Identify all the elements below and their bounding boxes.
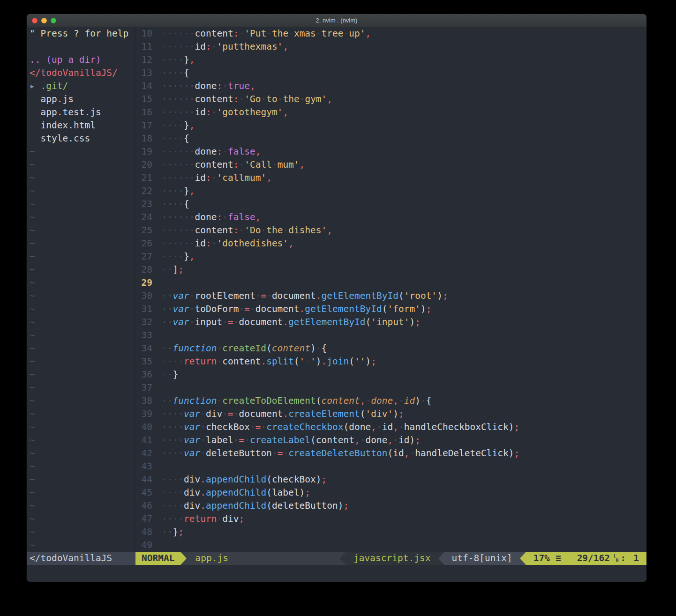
code-line[interactable]: 33	[135, 329, 646, 342]
code-line[interactable]: 24······done:·false,	[135, 211, 646, 224]
code-line[interactable]: 18····{	[135, 132, 646, 145]
editor-buffer[interactable]: 10······content:·'Put·the·xmas·tree·up',…	[135, 27, 646, 552]
minimize-button[interactable]	[41, 18, 47, 23]
code-line[interactable]: 23····{	[135, 198, 646, 211]
code-line[interactable]: 14······done:·true,	[135, 80, 646, 93]
code-line[interactable]: 31··var·toDoForm·=·document.getElementBy…	[135, 303, 646, 316]
code-line[interactable]: 38··function·createToDoElement(content,·…	[135, 394, 646, 408]
command-line[interactable]	[27, 565, 646, 582]
code-line[interactable]: 28··];	[135, 263, 646, 276]
whitespace-dot: ·	[173, 225, 179, 236]
whitespace-dot: ·	[162, 28, 167, 39]
code-line[interactable]: 25······content:·'Do·the·dishes',	[135, 224, 646, 237]
code-line[interactable]: 47····return·div;	[135, 512, 646, 526]
code-token: ······	[162, 107, 195, 118]
code-token: createDeleteButton	[288, 448, 387, 459]
code-line[interactable]: 43	[135, 460, 646, 473]
code-line-text: ····return·content.split('·').join('');	[162, 355, 376, 368]
whitespace-dot: ·	[167, 94, 173, 104]
whitespace-dot: ·	[178, 513, 184, 524]
code-line[interactable]: 36··}	[135, 368, 646, 381]
code-line[interactable]: 21······id:·'callmum',	[135, 171, 646, 185]
code-line[interactable]: 12····},	[135, 53, 646, 67]
empty-line-tilde: ~	[30, 434, 135, 447]
code-line[interactable]: 27····},	[135, 250, 646, 263]
code-line[interactable]: 45····div.appendChild(label);	[135, 486, 646, 499]
titlebar[interactable]: 2. nvim . (nvim)	[27, 14, 646, 27]
code-line[interactable]: 29	[135, 276, 646, 289]
sidebar-row-updir[interactable]: .. (up a dir)	[30, 53, 135, 67]
code-line-text: ······content:·'Go·to·the·gym',	[162, 93, 332, 106]
code-line[interactable]: 41····var·label·=·createLabel(content,·d…	[135, 434, 646, 447]
whitespace-dot: ·	[211, 41, 217, 52]
code-line[interactable]: 15······content:·'Go·to·the·gym',	[135, 93, 646, 106]
code-line-text: ··}	[162, 368, 178, 381]
code-line[interactable]: 39····var·div·=·document.createElement('…	[135, 408, 646, 421]
whitespace-dot: ·	[222, 81, 228, 91]
sidebar-item-style-css[interactable]: style.css	[30, 132, 135, 145]
code-line[interactable]: 17····},	[135, 119, 646, 132]
code-line[interactable]: 19······done:·false,	[135, 145, 646, 158]
code-line[interactable]: 44····div.appendChild(checkBox);	[135, 473, 646, 486]
whitespace-dot: ·	[173, 81, 179, 91]
sidebar-item-label: app.js	[41, 94, 74, 104]
whitespace-dot: ·	[162, 186, 167, 196]
code-line[interactable]: 40····var·checkBox·=·createCheckbox(done…	[135, 421, 646, 434]
code-token: id	[398, 435, 409, 445]
disclosure-arrow-icon[interactable]: ▸	[30, 81, 40, 91]
line-number: 11	[135, 40, 152, 53]
code-token: ··	[162, 369, 173, 380]
code-token: 'Call·mum'	[244, 159, 299, 170]
code-line[interactable]: 22····},	[135, 185, 646, 198]
whitespace-dot: ·	[178, 41, 184, 52]
empty-line-tilde: ~	[30, 539, 135, 552]
code-line[interactable]: 10······content:·'Put·the·xmas·tree·up',	[135, 27, 646, 40]
code-token: getElementById	[305, 304, 382, 314]
code-line[interactable]: 13····{	[135, 67, 646, 80]
code-token: ,	[371, 422, 376, 432]
code-token: ;	[514, 422, 520, 432]
whitespace-dot: ·	[173, 107, 179, 118]
code-line[interactable]: 42····var·deleteButton·=·createDeleteBut…	[135, 447, 646, 460]
whitespace-dot: ·	[173, 146, 179, 157]
code-line[interactable]: 48··};	[135, 526, 646, 539]
code-token: )	[415, 395, 421, 406]
sidebar-item--git-[interactable]: ▸ .git/	[30, 80, 135, 93]
sidebar-item-app-js[interactable]: app.js	[30, 93, 135, 106]
code-token: ·	[239, 159, 244, 170]
whitespace-dot: ·	[167, 408, 173, 419]
sidebar-item-index-html[interactable]: index.html	[30, 119, 135, 132]
whitespace-dot: ·	[167, 290, 173, 301]
code-token: =	[228, 317, 233, 327]
code-token: ·	[217, 356, 222, 367]
whitespace-dot: ·	[162, 120, 167, 131]
code-token: done	[371, 395, 393, 406]
code-line[interactable]: 30··var·rootElement·=·document.getElemen…	[135, 289, 646, 303]
whitespace-dot: ·	[184, 146, 189, 157]
code-line[interactable]: 34··function·createId(content)·{	[135, 342, 646, 355]
code-line-text: ····{	[162, 67, 189, 80]
code-line-text: ····},	[162, 185, 195, 198]
code-line[interactable]: 37	[135, 381, 646, 394]
close-button[interactable]	[32, 18, 38, 23]
code-token: ;	[344, 500, 349, 511]
code-line[interactable]: 32··var·input·=·document.getElementById(…	[135, 316, 646, 329]
sidebar-item-label: " Press ? for help	[30, 28, 128, 39]
code-line[interactable]: 26······id:·'dothedishes',	[135, 237, 646, 250]
code-line[interactable]: 49	[135, 539, 646, 552]
empty-line-tilde: ~	[30, 224, 135, 237]
code-line[interactable]: 35····return·content.split('·').join('')…	[135, 355, 646, 368]
sidebar-item-app-test-js[interactable]: app.test.js	[30, 106, 135, 119]
code-token: :	[217, 212, 222, 223]
code-line[interactable]: 20······content:·'Call·mum',	[135, 158, 646, 171]
code-token: ··	[162, 395, 173, 406]
code-line[interactable]: 16······id:·'gotothegym',	[135, 106, 646, 119]
code-line[interactable]: 11······id:·'putthexmas',	[135, 40, 646, 53]
code-token: .	[200, 487, 206, 498]
code-token: 'putthexmas'	[217, 41, 283, 52]
empty-line-tilde: ~	[30, 329, 135, 342]
code-token: done	[195, 212, 217, 223]
zoom-button[interactable]	[51, 18, 56, 23]
code-line[interactable]: 46····div.appendChild(deleteButton);	[135, 499, 646, 512]
code-token: ·	[272, 448, 278, 459]
